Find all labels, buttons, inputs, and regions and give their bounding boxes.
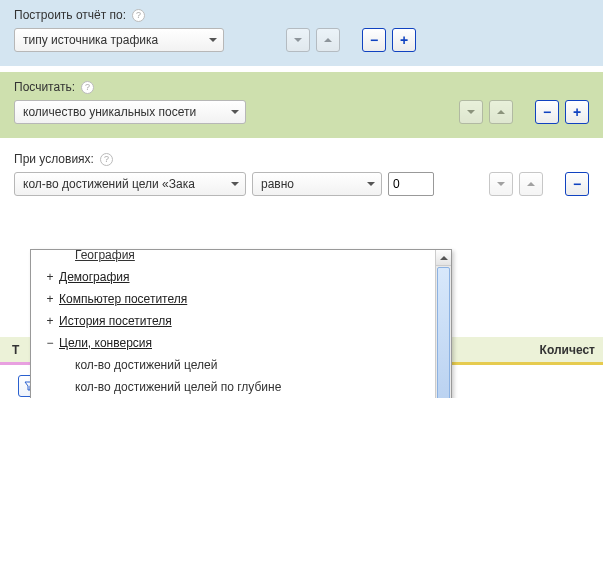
dropdown-item-label: кол-во достижений целей по глубине [75,380,281,394]
move-down-button[interactable] [489,172,513,196]
dropdown-item-geography[interactable]: География [31,250,435,266]
dropdown-item-label: Компьютер посетителя [59,292,187,306]
condition-value-input[interactable] [388,172,434,196]
triangle-up-icon [497,110,505,114]
panel-build-label: Построить отчёт по: ? [14,8,589,22]
select-condition-operator[interactable]: равно [252,172,382,196]
dropdown-group-visitor-history[interactable]: + История посетителя [31,310,435,332]
add-button[interactable]: + [565,100,589,124]
dropdown-group-demography[interactable]: + Демография [31,266,435,288]
help-icon[interactable]: ? [81,81,94,94]
panel-calc-label-text: Посчитать: [14,80,75,94]
panel-calc-row: количество уникальных посети − + [14,100,589,124]
triangle-down-icon [294,38,302,42]
chevron-down-icon [209,38,217,42]
triangle-down-icon [467,110,475,114]
table-col-left: Т [0,343,19,357]
select-value-text: количество уникальных посети [23,105,196,119]
expand-icon: + [45,292,55,306]
metric-dropdown: География + Демография + Компьютер посет… [30,249,452,398]
triangle-up-icon [324,38,332,42]
panel-calculate: Посчитать: ? количество уникальных посет… [0,72,603,138]
dropdown-scrollbar[interactable] [435,250,451,398]
panel-build-label-text: Построить отчёт по: [14,8,126,22]
select-condition-metric[interactable]: кол-во достижений цели «Зака [14,172,246,196]
expand-icon: + [45,314,55,328]
move-up-button[interactable] [489,100,513,124]
collapse-icon: − [45,336,55,350]
chevron-down-icon [367,182,375,186]
panel-calc-label: Посчитать: ? [14,80,589,94]
scroll-up-button[interactable] [436,250,451,266]
add-button[interactable]: + [392,28,416,52]
help-icon[interactable]: ? [132,9,145,22]
chevron-down-icon [231,110,239,114]
panel-conditions: При условиях: ? кол-во достижений цели «… [0,144,603,202]
expand-icon: + [45,270,55,284]
triangle-up-icon [440,256,448,260]
triangle-up-icon [527,182,535,186]
dropdown-list[interactable]: География + Демография + Компьютер посет… [31,250,435,398]
dropdown-item[interactable]: кол-во достижений целей [31,354,435,376]
help-icon[interactable]: ? [100,153,113,166]
remove-button[interactable]: − [535,100,559,124]
select-value-text: равно [261,177,294,191]
select-value-text: кол-во достижений цели «Зака [23,177,195,191]
panel-cond-row: кол-во достижений цели «Зака равно − [14,172,589,196]
dropdown-group-visitor-computer[interactable]: + Компьютер посетителя [31,288,435,310]
scroll-thumb[interactable] [437,267,450,398]
remove-button[interactable]: − [362,28,386,52]
panel-build-report: Построить отчёт по: ? типу источника тра… [0,0,603,66]
dropdown-item-label: История посетителя [59,314,172,328]
dropdown-item-label: кол-во достижений целей [75,358,217,372]
select-traffic-source-type[interactable]: типу источника трафика [14,28,224,52]
move-down-button[interactable] [459,100,483,124]
remove-button[interactable]: − [565,172,589,196]
select-value-text: типу источника трафика [23,33,158,47]
table-col-right: Количест [540,343,603,357]
move-up-button[interactable] [316,28,340,52]
dropdown-item[interactable]: кол-во достижений целей по глубине [31,376,435,398]
move-down-button[interactable] [286,28,310,52]
move-up-button[interactable] [519,172,543,196]
dropdown-item-label: География [75,250,135,262]
dropdown-item-label: Демография [59,270,130,284]
panel-build-row: типу источника трафика − + [14,28,589,52]
triangle-down-icon [497,182,505,186]
panel-cond-label-text: При условиях: [14,152,94,166]
dropdown-item-label: Цели, конверсия [59,336,152,350]
dropdown-group-goals-conversion[interactable]: − Цели, конверсия [31,332,435,354]
panel-cond-label: При условиях: ? [14,152,589,166]
select-unique-visitors-count[interactable]: количество уникальных посети [14,100,246,124]
chevron-down-icon [231,182,239,186]
